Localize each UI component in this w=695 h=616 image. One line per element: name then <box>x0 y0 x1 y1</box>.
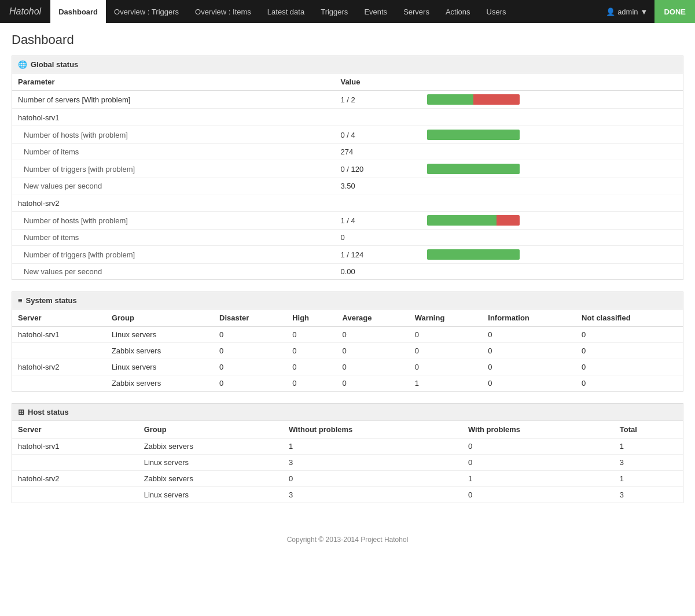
param-cell: Number of triggers [with problem] <box>12 246 334 264</box>
nav-brand: Hatohol <box>0 0 50 23</box>
warning-cell: 1 <box>409 375 482 392</box>
bar-cell <box>421 144 683 160</box>
high-cell: 0 <box>286 327 336 343</box>
host-status-table: Server Group Without problems With probl… <box>12 421 683 503</box>
server-cell <box>12 343 106 359</box>
nav-actions[interactable]: Actions <box>437 0 479 23</box>
col-group: Group <box>106 309 214 327</box>
navigation: Hatohol Dashboard Overview : Triggers Ov… <box>0 0 695 23</box>
nav-events[interactable]: Events <box>356 0 395 23</box>
total-cell: 1 <box>614 471 683 487</box>
with-problems-cell: 0 <box>462 438 614 455</box>
col-not-classified: Not classified <box>576 309 683 327</box>
group-cell: Linux servers <box>138 455 283 471</box>
with-problems-cell: 0 <box>462 487 614 503</box>
col-group: Group <box>138 421 283 438</box>
average-cell: 0 <box>337 327 409 343</box>
table-row: hatohol-srv2 Zabbix servers 0 1 1 <box>12 471 683 487</box>
col-value: Value <box>334 73 683 91</box>
globe-icon: 🌐 <box>18 60 27 69</box>
bar-red <box>497 215 520 226</box>
col-with-problems: With problems <box>462 421 614 438</box>
server-cell: hatohol-srv1 <box>12 327 106 343</box>
table-row: Number of hosts [with problem] 0 / 4 <box>12 126 683 144</box>
group-cell: Zabbix servers <box>138 471 283 487</box>
param-cell: Number of hosts [with problem] <box>12 212 334 230</box>
average-cell: 0 <box>337 359 409 375</box>
disaster-cell: 0 <box>214 375 286 392</box>
list-icon: ≡ <box>18 296 23 305</box>
nav-triggers[interactable]: Triggers <box>312 0 356 23</box>
table-row: hatohol-srv1 Zabbix servers 1 0 1 <box>12 438 683 455</box>
value-cell <box>334 109 421 126</box>
value-cell: 0 / 4 <box>334 126 421 144</box>
group-cell: Linux servers <box>138 487 283 503</box>
col-server: Server <box>12 421 138 438</box>
bar-cell <box>421 91 683 109</box>
value-cell: 1 / 4 <box>334 212 421 230</box>
nav-latest-data[interactable]: Latest data <box>259 0 312 23</box>
bar-cell <box>421 212 683 230</box>
total-cell: 1 <box>614 438 683 455</box>
server-cell <box>12 455 138 471</box>
bar-green <box>427 130 520 140</box>
bar-cell <box>421 160 683 178</box>
bar-cell <box>421 178 683 194</box>
information-cell: 0 <box>482 343 576 359</box>
col-parameter: Parameter <box>12 73 334 91</box>
server-cell: hatohol-srv2 <box>12 359 106 375</box>
value-cell: 274 <box>334 144 421 160</box>
group-cell: Zabbix servers <box>106 375 214 392</box>
col-average: Average <box>337 309 409 327</box>
page-title: Dashboard <box>12 32 683 47</box>
param-cell: Number of triggers [with problem] <box>12 160 334 178</box>
global-status-table: Parameter Value Number of servers [With … <box>12 73 683 279</box>
warning-cell: 0 <box>409 343 482 359</box>
nav-overview-triggers[interactable]: Overview : Triggers <box>106 0 187 23</box>
table-row: Number of triggers [with problem] 0 / 12… <box>12 160 683 178</box>
param-cell: Number of hosts [with problem] <box>12 126 334 144</box>
chevron-down-icon: ▼ <box>641 8 648 16</box>
user-icon: 👤 <box>606 8 615 16</box>
not-classified-cell: 0 <box>576 375 683 392</box>
bar-cell <box>421 194 683 212</box>
nav-admin-menu[interactable]: 👤 admin ▼ <box>599 0 654 23</box>
grid-icon: ⊞ <box>18 408 24 416</box>
status-bar <box>427 215 520 226</box>
nav-dashboard[interactable]: Dashboard <box>50 0 106 23</box>
value-cell: 1 / 124 <box>334 246 421 264</box>
nav-overview-items[interactable]: Overview : Items <box>187 0 259 23</box>
col-warning: Warning <box>409 309 482 327</box>
col-total: Total <box>614 421 683 438</box>
not-classified-cell: 0 <box>576 359 683 375</box>
without-problems-cell: 1 <box>283 438 462 455</box>
server-name-cell: hatohol-srv1 <box>12 109 334 126</box>
system-status-table: Server Group Disaster High Average Warni… <box>12 309 683 391</box>
status-bar <box>427 164 520 174</box>
information-cell: 0 <box>482 375 576 392</box>
done-button[interactable]: DONE <box>654 0 695 23</box>
disaster-cell: 0 <box>214 327 286 343</box>
disaster-cell: 0 <box>214 359 286 375</box>
value-cell: 3.50 <box>334 178 421 194</box>
high-cell: 0 <box>286 375 336 392</box>
param-cell: Number of items <box>12 230 334 246</box>
footer: Copyright © 2013-2014 Project Hatohol <box>0 524 695 555</box>
bar-cell <box>421 246 683 264</box>
global-status-section: 🌐 Global status Parameter Value Number o… <box>12 56 683 280</box>
average-cell: 0 <box>337 343 409 359</box>
bar-cell <box>421 109 683 126</box>
status-bar <box>427 249 520 260</box>
nav-servers[interactable]: Servers <box>395 0 437 23</box>
table-row: hatohol-srv1 <box>12 109 683 126</box>
value-cell: 0.00 <box>334 264 421 280</box>
table-row: hatohol-srv2 Linux servers 0 0 0 0 0 0 <box>12 359 683 375</box>
param-cell: Number of items <box>12 144 334 160</box>
nav-users[interactable]: Users <box>479 0 514 23</box>
server-cell: hatohol-srv1 <box>12 438 138 455</box>
system-status-header: ≡ System status <box>12 292 683 309</box>
without-problems-cell: 3 <box>283 487 462 503</box>
high-cell: 0 <box>286 359 336 375</box>
host-status-section: ⊞ Host status Server Group Without probl… <box>12 403 683 503</box>
host-status-title: Host status <box>28 408 69 416</box>
